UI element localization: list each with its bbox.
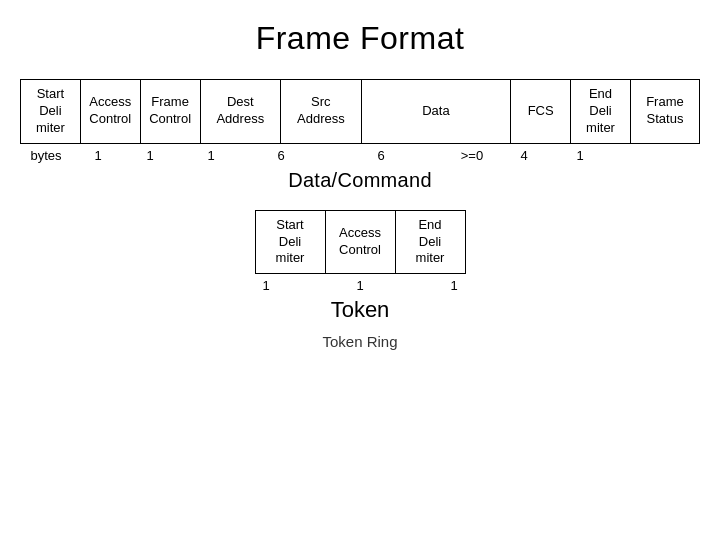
page: Frame Format Start Deli miter Access Con…	[0, 0, 720, 540]
byte-val-1: 1	[72, 148, 124, 163]
byte-val-4: 6	[246, 148, 316, 163]
byte-val-8: 1	[550, 148, 610, 163]
page-title: Frame Format	[256, 20, 465, 57]
token-num-3: 1	[407, 278, 501, 293]
token-cell-end: End Deli miter	[395, 210, 465, 274]
cell-frame-control: Frame Control	[140, 80, 200, 144]
data-command-label: Data/Command	[288, 169, 432, 192]
byte-val-5: 6	[316, 148, 446, 163]
bytes-label: bytes	[20, 148, 72, 163]
cell-data: Data	[361, 80, 511, 144]
token-num-2: 1	[313, 278, 407, 293]
token-cell-start: Start Deli miter	[255, 210, 325, 274]
cell-access-control: Access Control	[80, 80, 140, 144]
byte-val-3: 1	[176, 148, 246, 163]
cell-frame-status: Frame Status	[630, 80, 699, 144]
token-label: Token	[331, 297, 390, 323]
frame-header-row: Start Deli miter Access Control Frame Co…	[21, 80, 700, 144]
bytes-row: bytes 1 1 1 6 6 >=0 4 1	[20, 148, 700, 163]
token-cell-access: Access Control	[325, 210, 395, 274]
cell-end-delim: End Deli miter	[571, 80, 631, 144]
token-nums-row: 1 1 1	[219, 278, 501, 293]
cell-start-delim: Start Deli miter	[21, 80, 81, 144]
byte-val-7: 4	[498, 148, 550, 163]
token-table: Start Deli miter Access Control End Deli…	[255, 210, 466, 275]
cell-fcs: FCS	[511, 80, 571, 144]
frame-table: Start Deli miter Access Control Frame Co…	[20, 79, 700, 144]
token-ring-label: Token Ring	[322, 333, 397, 350]
cell-dest-address: Dest Address	[200, 80, 281, 144]
cell-src-address: Src Address	[281, 80, 362, 144]
token-section: Start Deli miter Access Control End Deli…	[219, 210, 501, 328]
token-header-row: Start Deli miter Access Control End Deli…	[255, 210, 465, 274]
byte-val-6: >=0	[446, 148, 498, 163]
token-num-1: 1	[219, 278, 313, 293]
byte-val-2: 1	[124, 148, 176, 163]
